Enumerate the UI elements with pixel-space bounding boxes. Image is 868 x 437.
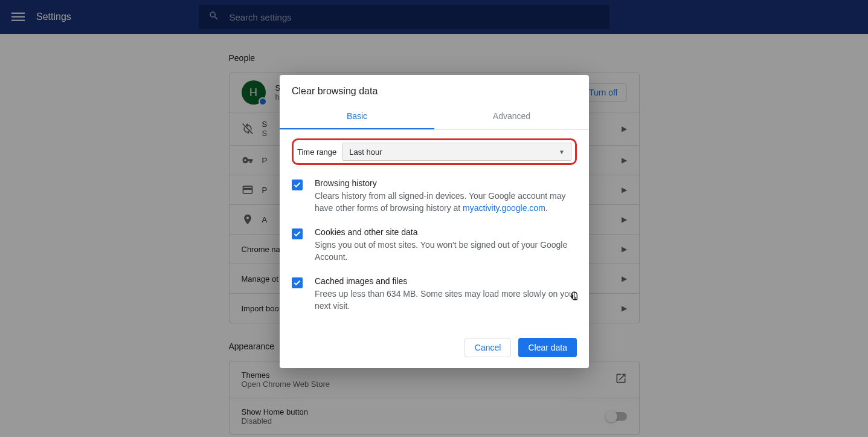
time-range-label: Time range — [297, 147, 336, 157]
cookies-checkbox[interactable] — [292, 228, 303, 239]
myactivity-link[interactable]: myactivity.google.com — [463, 203, 545, 213]
clear-browsing-dialog: Clear browsing data Basic Advanced Time … — [280, 75, 589, 368]
desc-suffix: . — [545, 203, 548, 213]
dialog-tabs: Basic Advanced — [280, 105, 589, 130]
tab-basic[interactable]: Basic — [280, 105, 434, 129]
time-range-highlight: Time range Last hour ▼ — [292, 138, 577, 165]
cookies-item: Cookies and other site data Signs you ou… — [292, 227, 577, 263]
item-title: Cached images and files — [315, 276, 577, 286]
cancel-button[interactable]: Cancel — [465, 338, 512, 357]
item-desc: Clears history from all signed-in device… — [315, 190, 577, 214]
time-range-select[interactable]: Last hour ▼ — [342, 143, 571, 161]
item-title: Browsing history — [315, 178, 577, 188]
cache-checkbox[interactable] — [292, 277, 303, 288]
cache-item: Cached images and files Frees up less th… — [292, 276, 577, 312]
item-desc: Signs you out of most sites. You won't b… — [315, 239, 577, 263]
dialog-title: Clear browsing data — [280, 75, 589, 105]
chevron-down-icon: ▼ — [559, 149, 565, 155]
browsing-history-checkbox[interactable] — [292, 180, 303, 190]
item-desc: Frees up less than 634 MB. Some sites ma… — [315, 288, 577, 312]
clear-data-button[interactable]: Clear data — [518, 338, 577, 357]
tab-advanced[interactable]: Advanced — [434, 105, 589, 129]
time-range-value: Last hour — [349, 147, 382, 157]
browsing-history-item: Browsing history Clears history from all… — [292, 178, 577, 214]
item-title: Cookies and other site data — [315, 227, 577, 237]
